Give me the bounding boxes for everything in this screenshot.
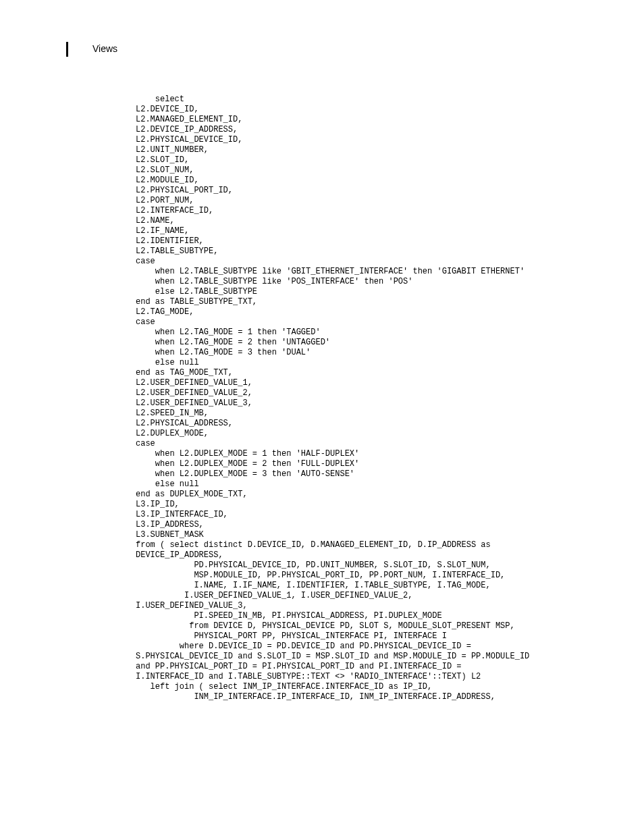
code-listing: select L2.DEVICE_ID, L2.MANAGED_ELEMENT_… [136, 95, 637, 702]
change-bar [66, 42, 68, 57]
section-heading: Views [92, 43, 117, 54]
